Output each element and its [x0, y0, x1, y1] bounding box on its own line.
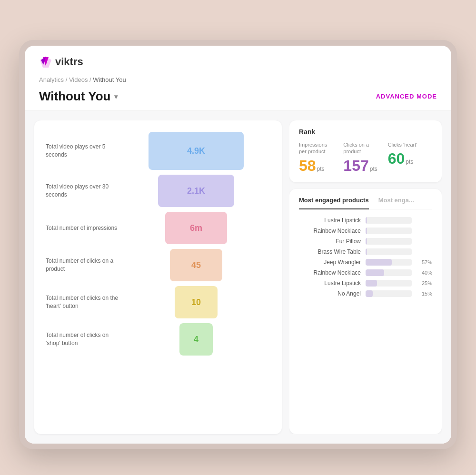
- product-bar-fill-1: [366, 228, 367, 234]
- page-title-text: Without You: [39, 89, 110, 104]
- funnel-row-1: Total video plays over 30 seconds 2.1K: [46, 175, 270, 207]
- page-title-row: Without You ▾ ADVANCED MODE: [39, 89, 437, 110]
- product-row-4: Jeep Wrangler 57%: [299, 259, 432, 266]
- dropdown-arrow-icon[interactable]: ▾: [114, 93, 118, 100]
- product-bar-fill-6: [366, 280, 377, 287]
- rank-metric-pts-0: pts: [317, 166, 325, 172]
- main-content: Total video plays over 5 seconds 4.9K To…: [25, 111, 451, 444]
- funnel-row-5: Total number of clicks on 'shop' button …: [46, 323, 270, 356]
- tab-most-engaged-products[interactable]: Most engaged products: [299, 197, 369, 209]
- product-name-1: Rainbow Necklace: [299, 228, 361, 234]
- product-name-4: Jeep Wrangler: [299, 259, 361, 266]
- product-row-1: Rainbow Necklace: [299, 228, 432, 234]
- device-wrapper: viktrs Analytics / Videos / Without You …: [19, 40, 457, 449]
- product-pct-5: 40%: [416, 270, 432, 276]
- product-bar-fill-4: [366, 259, 392, 266]
- funnel-bar-4: 10: [175, 286, 218, 318]
- funnel-label-0: Total video plays over 5 seconds: [46, 143, 122, 159]
- header: viktrs Analytics / Videos / Without You …: [25, 46, 451, 111]
- rank-metric-value-2: 60pts: [388, 150, 425, 168]
- product-pct-4: 57%: [416, 259, 432, 265]
- product-bar-bg-3: [366, 248, 412, 255]
- right-panel: Rank Impressions per product 58pts Click…: [289, 120, 442, 434]
- product-row-3: Brass Wire Table: [299, 248, 432, 255]
- rank-metric-0: Impressions per product 58pts: [299, 141, 343, 175]
- logo-row: viktrs: [39, 55, 437, 69]
- funnel-bar-wrapper-3: 45: [122, 249, 270, 281]
- funnel-bar-3: 45: [170, 249, 222, 281]
- rank-metric-1: Clicks on a product 157pts: [343, 141, 387, 175]
- product-bar-bg-7: [366, 290, 412, 297]
- funnel-panel: Total video plays over 5 seconds 4.9K To…: [34, 120, 282, 434]
- product-row-6: Lustre Lipstick 25%: [299, 280, 432, 287]
- funnel-bar-wrapper-4: 10: [122, 286, 270, 318]
- product-pct-7: 15%: [416, 291, 432, 297]
- product-bar-fill-2: [366, 238, 367, 245]
- rank-metric-label-0: Impressions per product: [299, 141, 336, 155]
- funnel-bar-wrapper-5: 4: [122, 323, 270, 356]
- product-bar-bg-6: [366, 280, 412, 287]
- products-list: Lustre Lipstick Rainbow Necklace Fur Pil…: [299, 217, 432, 297]
- page-title: Without You ▾: [39, 89, 118, 104]
- funnel-bar-0: 4.9K: [149, 132, 244, 170]
- rank-metrics: Impressions per product 58pts Clicks on …: [299, 141, 432, 175]
- product-name-7: No Angel: [299, 290, 361, 297]
- rank-metric-label-1: Clicks on a product: [343, 141, 380, 155]
- funnel-label-5: Total number of clicks on 'shop' button: [46, 331, 122, 347]
- rank-metric-2: Clicks 'heart' 60pts: [388, 141, 432, 175]
- rank-metric-pts-1: pts: [370, 166, 377, 172]
- product-bar-bg-4: [366, 259, 412, 266]
- rank-card: Rank Impressions per product 58pts Click…: [289, 120, 442, 182]
- breadcrumb-videos[interactable]: Videos: [69, 76, 88, 83]
- funnel-row-4: Total number of clicks on the 'heart' bu…: [46, 286, 270, 318]
- funnel-bar-wrapper-2: 6m: [122, 212, 270, 244]
- rank-metric-label-2: Clicks 'heart': [388, 141, 425, 148]
- product-bar-fill-7: [366, 290, 373, 297]
- product-name-0: Lustre Lipstick: [299, 217, 361, 224]
- product-bar-fill-5: [366, 269, 384, 276]
- device-screen: viktrs Analytics / Videos / Without You …: [25, 46, 451, 444]
- product-row-7: No Angel 15%: [299, 290, 432, 297]
- breadcrumb-current: Without You: [93, 76, 126, 83]
- advanced-mode-button[interactable]: ADVANCED MODE: [376, 93, 437, 100]
- logo-text: viktrs: [55, 56, 83, 68]
- funnel-label-4: Total number of clicks on the 'heart' bu…: [46, 294, 122, 310]
- product-pct-6: 25%: [416, 280, 432, 286]
- logo-icon: [39, 55, 52, 69]
- product-bar-bg-2: [366, 238, 412, 245]
- funnel-label-1: Total video plays over 30 seconds: [46, 183, 122, 199]
- product-row-0: Lustre Lipstick: [299, 217, 432, 224]
- product-bar-fill-3: [366, 248, 367, 255]
- funnel-row-0: Total video plays over 5 seconds 4.9K: [46, 132, 270, 170]
- funnel-bar-2: 6m: [165, 212, 227, 244]
- products-card: Most engaged products Most enga... Lustr…: [289, 189, 442, 434]
- funnel-bar-wrapper-1: 2.1K: [122, 175, 270, 207]
- rank-title: Rank: [299, 128, 432, 136]
- breadcrumb: Analytics / Videos / Without You: [39, 76, 437, 83]
- rank-metric-value-0: 58pts: [299, 157, 336, 175]
- funnel-row-3: Total number of clicks on a product 45: [46, 249, 270, 281]
- funnel-label-3: Total number of clicks on a product: [46, 257, 122, 273]
- funnel-bar-1: 2.1K: [158, 175, 234, 207]
- rank-metric-value-1: 157pts: [343, 157, 380, 175]
- product-name-2: Fur Pillow: [299, 238, 361, 245]
- breadcrumb-sep1: /: [66, 76, 69, 83]
- breadcrumb-analytics[interactable]: Analytics: [39, 76, 64, 83]
- product-name-3: Brass Wire Table: [299, 248, 361, 255]
- product-bar-bg-0: [366, 217, 412, 224]
- product-bar-bg-1: [366, 228, 412, 234]
- rank-metric-pts-2: pts: [406, 158, 413, 165]
- tab-most-engaged-other[interactable]: Most enga...: [378, 197, 414, 209]
- funnel-label-2: Total number of impressions: [46, 224, 122, 232]
- funnel-container: Total video plays over 5 seconds 4.9K To…: [46, 132, 270, 356]
- product-name-5: Rainbow Necklace: [299, 269, 361, 276]
- product-bar-bg-5: [366, 269, 412, 276]
- product-row-2: Fur Pillow: [299, 238, 432, 245]
- funnel-bar-wrapper-0: 4.9K: [122, 132, 270, 170]
- product-name-6: Lustre Lipstick: [299, 280, 361, 287]
- funnel-bar-5: 4: [179, 323, 213, 356]
- product-bar-fill-0: [366, 217, 367, 224]
- product-row-5: Rainbow Necklace 40%: [299, 269, 432, 276]
- funnel-row-2: Total number of impressions 6m: [46, 212, 270, 244]
- app-container: viktrs Analytics / Videos / Without You …: [25, 46, 451, 444]
